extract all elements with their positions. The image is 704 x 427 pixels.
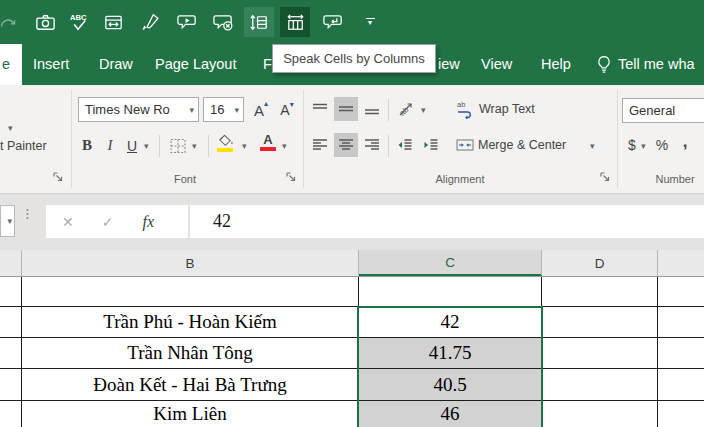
cell-a4[interactable] (0, 369, 22, 401)
formula-input[interactable]: 42 (190, 205, 704, 238)
cell-e5[interactable] (658, 401, 704, 427)
comma-button[interactable]: , (678, 130, 692, 154)
currency-caret-icon[interactable]: ▾ (641, 141, 646, 151)
tab-help[interactable]: Help (541, 44, 571, 85)
cell-b3[interactable]: Trần Nhân Tông (22, 338, 359, 369)
cell-e4[interactable] (658, 369, 704, 401)
brush-icon[interactable] (136, 7, 166, 37)
tab-home[interactable]: e (0, 44, 22, 85)
cell-e3[interactable] (658, 338, 704, 369)
tab-insert[interactable]: Insert (33, 44, 69, 85)
borders-button[interactable] (167, 135, 189, 157)
speak-cells-on-enter-icon[interactable] (318, 7, 348, 37)
align-left-button[interactable] (308, 133, 332, 157)
cell-a3[interactable] (0, 338, 22, 369)
cell-a1[interactable] (0, 277, 22, 307)
increase-font-size-button[interactable]: A ▴ (249, 98, 273, 122)
merge-center-caret-icon[interactable]: ▾ (590, 141, 595, 151)
decrease-indent-button[interactable] (393, 133, 417, 157)
tab-view[interactable]: View (481, 44, 512, 85)
copy-dropdown-caret[interactable]: ▾ (8, 123, 13, 133)
number-group-label: Number (630, 173, 704, 185)
format-painter-label-partial[interactable]: t Painter (0, 139, 47, 153)
top-align-button[interactable] (308, 97, 332, 121)
speak-cells-by-rows-icon[interactable] (244, 7, 274, 37)
sheet-grid: Trần Phú - Hoàn Kiếm 42 Trần Nhân Tông 4… (0, 277, 704, 427)
cell-c1[interactable] (359, 277, 542, 307)
cell-b5[interactable]: Kim Liên (22, 401, 359, 427)
font-dialog-launcher-icon[interactable] (285, 169, 298, 182)
cell-e2[interactable] (658, 307, 704, 338)
cell-c3[interactable]: 41.75 (359, 338, 542, 369)
tell-me-box[interactable]: Tell me wha (596, 44, 704, 85)
cell-b1[interactable] (22, 277, 359, 307)
speak-cells-icon[interactable] (172, 7, 202, 37)
stop-speaking-icon[interactable] (208, 7, 238, 37)
fill-color-caret-icon[interactable]: ▾ (242, 141, 247, 151)
formula-bar-resizer[interactable]: ⁝ (25, 211, 30, 218)
increase-indent-button[interactable] (419, 133, 443, 157)
merge-center-icon[interactable] (454, 134, 476, 156)
column-header-d[interactable]: D (542, 250, 658, 276)
column-header-b[interactable]: B (22, 250, 359, 276)
align-right-button[interactable] (360, 133, 384, 157)
cancel-icon[interactable]: ✕ (62, 214, 74, 230)
merge-center-label[interactable]: Merge & Center (478, 138, 566, 152)
speak-cells-by-columns-icon[interactable] (280, 7, 310, 37)
bold-button[interactable]: B (76, 133, 98, 158)
number-format-combo[interactable]: General (622, 98, 704, 123)
lightbulb-icon (596, 55, 612, 74)
redo-icon[interactable] (0, 7, 24, 37)
percent-button[interactable]: % (652, 133, 672, 157)
column-header-a[interactable] (0, 250, 22, 276)
clipboard-dialog-launcher-icon[interactable] (52, 169, 65, 182)
orientation-button[interactable]: ab (393, 97, 419, 121)
column-header-e[interactable] (658, 250, 704, 276)
currency-button[interactable]: $ (624, 133, 640, 157)
cell-d5[interactable] (542, 401, 658, 427)
cell-d2[interactable] (542, 307, 658, 338)
middle-align-button[interactable] (334, 97, 358, 121)
tab-page-layout[interactable]: Page Layout (155, 44, 236, 85)
decrease-font-size-button[interactable]: A ▾ (275, 98, 299, 122)
name-box-caret-icon: ▾ (7, 216, 12, 226)
bottom-align-button[interactable] (360, 97, 384, 121)
cell-a5[interactable] (0, 401, 22, 427)
grow-font-letter: A (254, 102, 264, 119)
font-color-button[interactable]: A (260, 133, 276, 151)
insert-function-icon[interactable]: fx (142, 213, 154, 231)
cell-c5[interactable]: 46 (359, 401, 542, 427)
cell-d1[interactable] (542, 277, 658, 307)
speak-table-icon[interactable] (98, 7, 128, 37)
fill-color-button[interactable] (216, 134, 234, 152)
name-box[interactable]: ▾ (0, 205, 15, 237)
spelling-icon[interactable]: ABC (64, 7, 94, 37)
cell-c4[interactable]: 40.5 (359, 369, 542, 401)
cell-a2[interactable] (0, 307, 22, 338)
underline-button[interactable]: U (122, 133, 142, 158)
cell-e1[interactable] (658, 277, 704, 307)
font-name-combo[interactable]: Times New Ro ▾ (78, 97, 199, 122)
cell-b2[interactable]: Trần Phú - Hoàn Kiếm (22, 307, 359, 338)
wrap-text-label[interactable]: Wrap Text (479, 102, 535, 116)
font-color-caret-icon[interactable]: ▾ (282, 141, 287, 151)
column-header-c[interactable]: C (359, 250, 542, 276)
italic-button[interactable]: I (100, 133, 120, 158)
more-commands-icon[interactable]: ▾ (360, 7, 380, 37)
cell-d3[interactable] (542, 338, 658, 369)
tab-draw[interactable]: Draw (99, 44, 133, 85)
cell-d4[interactable] (542, 369, 658, 401)
wrap-text-icon[interactable]: ab (455, 98, 477, 120)
camera-icon[interactable] (30, 7, 60, 37)
tab-review-partial[interactable]: iew (438, 44, 460, 85)
tab-formulas-partial[interactable]: F (263, 44, 272, 85)
borders-caret-icon[interactable]: ▾ (192, 141, 197, 151)
enter-icon[interactable]: ✓ (102, 214, 114, 230)
cell-c2-active[interactable]: 42 (359, 307, 542, 338)
center-button[interactable] (334, 133, 358, 157)
alignment-dialog-launcher-icon[interactable] (599, 169, 612, 182)
cell-b4[interactable]: Đoàn Kết - Hai Bà Trưng (22, 369, 359, 401)
font-size-combo[interactable]: 16 ▾ (203, 97, 244, 122)
underline-caret-icon[interactable]: ▾ (144, 141, 149, 151)
orientation-caret-icon[interactable]: ▾ (421, 105, 426, 115)
